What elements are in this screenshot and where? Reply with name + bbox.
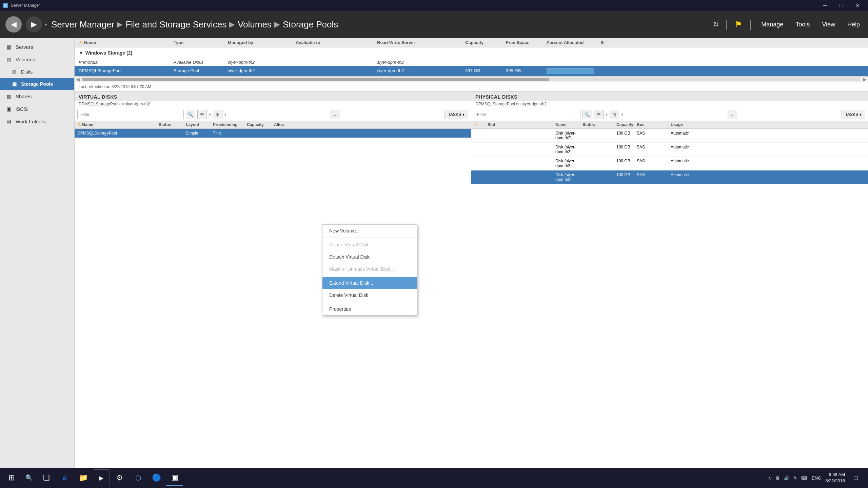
vdisk-tasks-button[interactable]: TASKS ▾ (445, 110, 468, 119)
pdisk-expand-button[interactable]: ⌄ (728, 110, 737, 119)
pdisk-tasks-arrow-icon: ▾ (860, 112, 862, 117)
nav-back-button[interactable]: ◀ (5, 16, 22, 33)
nav-dropdown-button[interactable]: ▾ (45, 22, 47, 27)
pdisk-view-arrow[interactable]: ▾ (606, 112, 608, 117)
search-button[interactable]: 🔍 (22, 470, 37, 485)
vdisk-search-button[interactable]: 🔍 (186, 110, 195, 119)
primordial-name: Primordial (79, 60, 174, 65)
ctx-detach-vdisk[interactable]: Detach Virtual Disk (322, 251, 417, 263)
server-manager-button[interactable]: ▣ (166, 469, 183, 486)
pdisk-1-name: Disk (siyer-dpm-th2) (555, 145, 583, 154)
refresh-button[interactable]: ↻ (713, 20, 719, 29)
cmd-button[interactable]: ▶ (93, 469, 110, 486)
tray-network-icon[interactable]: 🖥 (775, 475, 780, 481)
view-button[interactable]: View (819, 20, 838, 29)
flag-icon[interactable]: ⚑ (735, 20, 742, 29)
pool-free-space: 395 GB (506, 68, 547, 74)
pdisk-search-button[interactable]: 🔍 (583, 110, 592, 119)
group-expand-icon[interactable]: ▼ (79, 50, 83, 56)
tray-pen-icon[interactable]: ✎ (793, 475, 797, 481)
blue-button[interactable]: 🔵 (148, 469, 165, 486)
help-button[interactable]: Help (845, 20, 863, 29)
sidebar-label-shares: Shares (16, 94, 32, 99)
vdisk-name: DPMSQLStoragePool (77, 131, 159, 136)
task-view-button[interactable]: ❑ (38, 469, 55, 486)
sidebar-item-storage-pools[interactable]: ▦ Storage Pools (0, 78, 74, 90)
sidebar-item-volumes[interactable]: ▨ Volumes (0, 53, 74, 66)
explorer-button[interactable]: 📁 (75, 469, 92, 486)
maximize-button[interactable]: □ (833, 0, 849, 11)
col-type: Type (174, 40, 228, 45)
vdisk-group-button[interactable]: ⊞ (213, 110, 222, 119)
pdisk-3-usage: Automatic (671, 172, 698, 182)
vdisk-provisioning: Thin (213, 131, 247, 136)
nav-bar: ◀ ▶ ▾ Server Manager ▶ File and Storage … (0, 11, 868, 38)
pdisk-group-arrow[interactable]: ▾ (621, 112, 623, 117)
scroll-left-arrow[interactable]: ◀ (75, 77, 81, 82)
primordial-row[interactable]: Primordial Available Disks siyer-dpm-th2… (75, 58, 868, 66)
pdisk-tasks-button[interactable]: TASKS ▾ (842, 110, 865, 119)
group-label: Windows Storage (2) (85, 50, 132, 56)
breadcrumb-part4[interactable]: Storage Pools (283, 19, 338, 30)
vdisk-view-arrow[interactable]: ▾ (209, 112, 211, 117)
sidebar-item-disks[interactable]: ▧ Disks (0, 66, 74, 78)
col-available-to: Available to (296, 40, 377, 45)
sidebar-label-work-folders: Work Folders (16, 119, 46, 124)
scroll-track[interactable] (82, 78, 860, 81)
tray-up-arrow[interactable]: ∧ (768, 475, 771, 481)
sidebar-item-work-folders[interactable]: ▤ Work Folders (0, 115, 74, 128)
col-s: S (601, 40, 635, 45)
warning-icon: ⚠ (77, 122, 81, 127)
vdisk-view-button[interactable]: ☰ (197, 110, 207, 119)
vdisk-row[interactable]: DPMSQLStoragePool Simple Thin (75, 129, 471, 138)
vdisk-col-warning: ⚠ Name (77, 122, 159, 127)
ctx-delete-vdisk[interactable]: Delete Virtual Disk (322, 289, 417, 301)
col-managed-by: Managed by (228, 40, 296, 45)
close-button[interactable]: ✕ (850, 0, 865, 11)
vdisk-col-status: Status (159, 122, 186, 127)
breadcrumb-part2[interactable]: File and Storage Services (125, 19, 226, 30)
vdisk-col-provisioning: Provisioning (213, 122, 247, 127)
start-button[interactable]: ⊞ (3, 469, 20, 487)
pdisk-row-1[interactable]: Disk (siyer-dpm-th2) 100 GB SAS Automati… (471, 143, 868, 157)
breadcrumb-part1[interactable]: Server Manager (51, 19, 114, 30)
sidebar-item-shares[interactable]: ▩ Shares (0, 90, 74, 103)
pool-percent (547, 68, 601, 74)
app-icon: 🖥 (3, 3, 8, 8)
notification-button[interactable]: □ (849, 471, 863, 485)
pdisk-row-0[interactable]: Disk (siyer-dpm-th2) 100 GB SAS Automati… (471, 129, 868, 143)
pdisk-view-button[interactable]: ☰ (594, 110, 604, 119)
vdisk-filter-input[interactable] (77, 110, 184, 119)
minimize-button[interactable]: ─ (817, 0, 833, 11)
vdisk-group-arrow[interactable]: ▾ (224, 112, 226, 117)
sidebar-label-disks: Disks (21, 69, 33, 75)
pdisk-2-slot (488, 159, 555, 168)
ps-button[interactable]: ⬡ (130, 469, 146, 486)
horizontal-scrollbar[interactable]: ◀ ▶ (75, 76, 868, 82)
pdisk-row-3[interactable]: Disk (siyer-dpm-th2) 100 GB SAS Automati… (471, 170, 868, 184)
manage-button[interactable]: Manage (758, 20, 786, 29)
language-indicator[interactable]: ENG (812, 475, 821, 481)
pdisk-row-2[interactable]: Disk (siyer-dpm-th2) 100 GB SAS Automati… (471, 157, 868, 170)
pdisk-group-button[interactable]: ⊞ (610, 110, 619, 119)
storage-pool-row[interactable]: DPMSQLStoragePool Storage Pool siyer-dpm… (75, 66, 868, 76)
ie-button[interactable]: e (56, 469, 73, 486)
tools-button[interactable]: Tools (793, 20, 812, 29)
ctx-properties[interactable]: Properties (322, 303, 417, 315)
sidebar-item-iscsi[interactable]: ▣ iSCSI (0, 103, 74, 115)
ctx-new-volume[interactable]: New Volume... (322, 225, 417, 237)
scroll-thumb (82, 78, 549, 81)
scroll-right-arrow[interactable]: ▶ (862, 77, 868, 82)
apps-button[interactable]: ⚙ (111, 469, 128, 486)
pdisk-2-name: Disk (siyer-dpm-th2) (555, 159, 583, 168)
tray-keyboard-icon[interactable]: ⌨ (801, 475, 808, 481)
tray-volume-icon[interactable]: 🔊 (784, 475, 789, 481)
main-layout: ▦ Servers ▨ Volumes ▧ Disks ▦ Storage Po… (0, 38, 868, 488)
pdisk-col-bus: Bus (637, 122, 671, 127)
sidebar-item-servers[interactable]: ▦ Servers (0, 41, 74, 53)
nav-forward-button[interactable]: ▶ (26, 16, 42, 33)
ctx-extend-vdisk[interactable]: Extend Virtual Disk... (322, 277, 417, 289)
breadcrumb-part3[interactable]: Volumes (238, 19, 272, 30)
vdisk-expand-button[interactable]: ⌄ (331, 110, 340, 119)
pdisk-filter-input[interactable] (474, 110, 580, 119)
